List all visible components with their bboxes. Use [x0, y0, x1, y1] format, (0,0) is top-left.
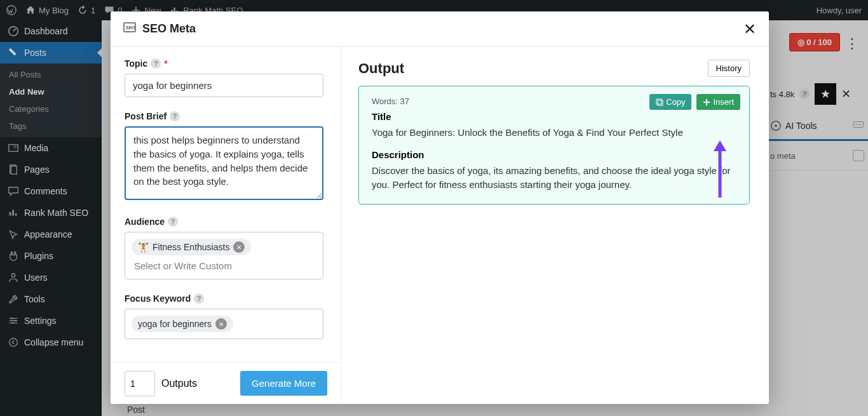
keyword-tag[interactable]: yoga for beginners✕	[132, 316, 233, 332]
audience-label: Audience?	[125, 217, 323, 227]
svg-rect-20	[656, 99, 661, 104]
audience-tag[interactable]: 🏋️ Fitness Enthusiasts✕	[132, 239, 251, 255]
insert-button[interactable]: Insert	[696, 94, 740, 110]
output-pane: Output History Words: 37 Copy Insert Tit…	[342, 47, 769, 404]
plus-icon	[703, 98, 710, 106]
generate-more-button[interactable]: Generate More	[240, 371, 327, 396]
history-button[interactable]: History	[708, 60, 750, 77]
keyword-help-icon[interactable]: ?	[194, 293, 204, 304]
output-card: Words: 37 Copy Insert Title Yoga for Beg…	[358, 86, 750, 205]
topic-help-icon[interactable]: ?	[151, 58, 161, 69]
keyword-tagbox[interactable]: yoga for beginners✕	[125, 309, 323, 339]
brief-label: Post Brief?	[125, 111, 323, 121]
seo-icon: SEO	[123, 21, 136, 37]
topic-label: Topic?*	[125, 58, 323, 69]
title-text: Yoga for Beginners: Unlock the Benefits …	[372, 126, 736, 140]
copy-icon	[656, 98, 663, 106]
brief-help-icon[interactable]: ?	[170, 111, 180, 121]
output-heading: Output	[358, 60, 404, 77]
audience-placeholder: Select or Write Custom	[132, 255, 316, 272]
outputs-input[interactable]	[125, 371, 155, 396]
audience-help-icon[interactable]: ?	[168, 217, 178, 227]
remove-tag-icon[interactable]: ✕	[233, 241, 245, 253]
description-text: Discover the basics of yoga, its amazing…	[372, 164, 736, 192]
copy-button[interactable]: Copy	[649, 94, 691, 110]
seo-meta-modal: SEO SEO Meta ✕ Topic?* Post Brief? Audie…	[111, 11, 769, 404]
modal-title: SEO Meta	[142, 22, 196, 36]
description-label: Description	[372, 149, 736, 160]
outputs-label: Outputs	[161, 378, 197, 389]
annotation-arrow	[710, 137, 729, 203]
form-pane: Topic?* Post Brief? Audience? 🏋️ Fitness…	[111, 47, 342, 404]
remove-keyword-icon[interactable]: ✕	[215, 318, 227, 330]
audience-tagbox[interactable]: 🏋️ Fitness Enthusiasts✕ Select or Write …	[125, 232, 323, 279]
topic-input[interactable]	[125, 74, 323, 97]
title-label: Title	[372, 111, 736, 122]
keyword-label: Focus Keyword?	[125, 293, 323, 304]
svg-text:SEO: SEO	[126, 25, 135, 30]
brief-textarea[interactable]	[125, 126, 323, 200]
svg-rect-19	[658, 100, 663, 105]
close-modal-icon[interactable]: ✕	[743, 20, 756, 38]
